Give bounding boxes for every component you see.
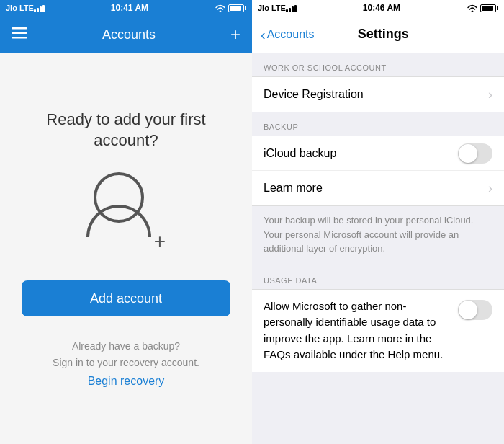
- usage-data-row: Allow Microsoft to gather non-personally…: [252, 289, 504, 372]
- right-carrier: Jio LTE: [258, 4, 286, 12]
- begin-recovery-link[interactable]: Begin recovery: [88, 375, 165, 388]
- wifi-icon: [215, 4, 226, 12]
- usage-data-section: USAGE DATA Allow Microsoft to gather non…: [252, 266, 504, 372]
- learn-more-label: Learn more: [264, 182, 488, 195]
- prompt-text: Ready to add your first account?: [14, 110, 238, 151]
- left-signal-icon: [34, 4, 45, 12]
- back-chevron-icon: ‹: [261, 27, 266, 42]
- back-label: Accounts: [267, 28, 315, 41]
- svg-point-0: [220, 11, 222, 13]
- left-carrier: Jio LTE: [6, 4, 34, 12]
- left-status-bar: Jio LTE 10:41 AM: [0, 0, 252, 16]
- avatar-add-illustration: +: [86, 172, 166, 252]
- usage-data-toggle[interactable]: [458, 300, 492, 320]
- left-battery-icon: [228, 4, 246, 12]
- icloud-backup-label: iCloud backup: [264, 147, 458, 160]
- svg-rect-3: [12, 37, 27, 39]
- icloud-backup-row[interactable]: iCloud backup: [252, 136, 504, 171]
- svg-point-4: [472, 11, 474, 13]
- work-school-section: WORK OR SCHOOL ACCOUNT Device Registrati…: [252, 53, 504, 112]
- right-wifi-icon: [467, 4, 478, 12]
- icloud-backup-toggle[interactable]: [458, 143, 492, 164]
- backup-info-text: Your backup will be stored in your perso…: [252, 206, 504, 266]
- right-signal-icon: [286, 4, 297, 12]
- left-nav-title: Accounts: [27, 27, 230, 43]
- left-content-area: Ready to add your first account? + Add a…: [0, 53, 252, 444]
- usage-data-label: USAGE DATA: [252, 266, 504, 289]
- device-registration-label: Device Registration: [264, 88, 488, 101]
- right-nav-title: Settings: [314, 27, 452, 42]
- right-battery-icon: [480, 4, 498, 12]
- right-status-bar: Jio LTE 10:46 AM: [252, 0, 504, 16]
- add-account-nav-button[interactable]: +: [230, 26, 240, 43]
- backup-label: BACKUP: [252, 112, 504, 136]
- settings-content: WORK OR SCHOOL ACCOUNT Device Registrati…: [252, 53, 504, 444]
- work-school-group: Device Registration ›: [252, 76, 504, 112]
- hamburger-menu-icon[interactable]: [12, 27, 27, 43]
- backup-section: BACKUP iCloud backup Learn more › Your b…: [252, 112, 504, 266]
- back-button[interactable]: ‹ Accounts: [261, 27, 314, 42]
- left-status-icons: [215, 4, 246, 12]
- right-panel: Jio LTE 10:46 AM ‹ Accounts Settings: [252, 0, 504, 444]
- avatar-plus-icon: +: [154, 231, 166, 252]
- left-panel: Jio LTE 10:41 AM: [0, 0, 252, 444]
- learn-more-chevron-icon: ›: [488, 181, 492, 196]
- backup-group: iCloud backup Learn more ›: [252, 136, 504, 206]
- recovery-line1: Already have a backup? Sign in to your r…: [53, 338, 199, 370]
- device-registration-chevron-icon: ›: [488, 87, 492, 102]
- device-registration-row[interactable]: Device Registration ›: [252, 77, 504, 112]
- left-nav-bar: Accounts +: [0, 16, 252, 53]
- right-time: 10:46 AM: [297, 3, 467, 13]
- usage-toggle-knob: [459, 301, 477, 319]
- learn-more-row[interactable]: Learn more ›: [252, 171, 504, 205]
- left-time: 10:41 AM: [45, 3, 215, 13]
- right-nav-bar: ‹ Accounts Settings: [252, 16, 504, 53]
- svg-rect-1: [12, 27, 27, 30]
- right-status-icons: [467, 4, 498, 12]
- work-school-label: WORK OR SCHOOL ACCOUNT: [252, 53, 504, 76]
- usage-data-text: Allow Microsoft to gather non-personally…: [264, 298, 449, 363]
- add-account-button[interactable]: Add account: [22, 280, 230, 316]
- svg-rect-2: [12, 32, 27, 34]
- toggle-knob: [459, 144, 477, 163]
